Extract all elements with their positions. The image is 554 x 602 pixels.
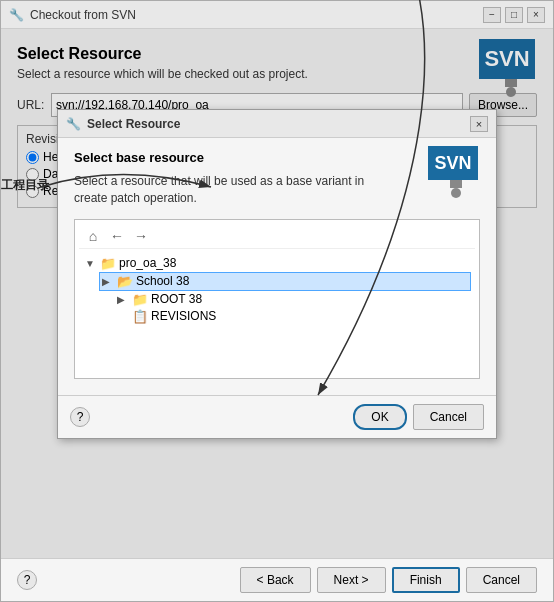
inner-dialog: 🔧 Select Resource × SVN Select base reso…: [57, 109, 497, 439]
annotation-text: 工程目录: [1, 178, 49, 192]
help-button[interactable]: ?: [17, 570, 37, 590]
window-controls: − □ ×: [483, 7, 545, 23]
tree-label-pro-oa-38: pro_oa_38: [119, 256, 176, 270]
tree-forward-button[interactable]: →: [131, 226, 151, 246]
tree-item-school-38[interactable]: ▶ 📂 School 38: [99, 272, 471, 291]
back-button[interactable]: < Back: [240, 567, 311, 593]
inner-titlebar: 🔧 Select Resource ×: [58, 110, 496, 138]
tree-content: ▼ 📁 pro_oa_38 ▶ 📂 School 38: [79, 253, 475, 327]
expander-root-38: ▶: [117, 294, 129, 305]
close-button[interactable]: ×: [527, 7, 545, 23]
modal-overlay: 工程目录 🔧 Select Resource ×: [1, 29, 553, 558]
inner-help-button[interactable]: ?: [70, 407, 90, 427]
tree-item-revisions[interactable]: 📋 REVISIONS: [115, 308, 471, 325]
folder-icon-school-38: 📂: [117, 274, 133, 289]
cancel-button[interactable]: Cancel: [466, 567, 537, 593]
revisions-icon: 📋: [132, 309, 148, 324]
svn-badge-small: SVN: [428, 146, 478, 180]
svn-title-icon: 🔧: [9, 8, 24, 22]
inner-close-button[interactable]: ×: [470, 116, 488, 132]
tree-item-pro-oa-38[interactable]: ▼ 📁 pro_oa_38: [83, 255, 471, 272]
minimize-button[interactable]: −: [483, 7, 501, 23]
tree-label-school-38: School 38: [136, 274, 189, 288]
folder-icon-pro-oa-38: 📁: [100, 256, 116, 271]
tree-area: ⌂ ← → ▼ 📁 pro_oa_38: [74, 219, 480, 379]
tree-label-revisions: REVISIONS: [151, 309, 216, 323]
tree-label-root-38: ROOT 38: [151, 292, 202, 306]
tree-toolbar: ⌂ ← →: [79, 224, 475, 249]
outer-window-title: Checkout from SVN: [30, 8, 477, 22]
maximize-button[interactable]: □: [505, 7, 523, 23]
next-button[interactable]: Next >: [317, 567, 386, 593]
inner-cancel-button[interactable]: Cancel: [413, 404, 484, 430]
svn-dot-inner: [451, 188, 461, 198]
expander-school-38: ▶: [102, 276, 114, 287]
inner-dialog-title: Select Resource: [87, 117, 464, 131]
svn-logo-inner: SVN: [428, 146, 484, 198]
ok-button[interactable]: OK: [353, 404, 406, 430]
outer-content: SVN Select Resource Select a resource wh…: [1, 29, 553, 558]
bottom-bar: ? < Back Next > Finish Cancel: [1, 558, 553, 601]
folder-icon-root-38: 📁: [132, 292, 148, 307]
inner-content: SVN Select base resource Select a resour…: [58, 138, 496, 395]
tree-item-root-38[interactable]: ▶ 📁 ROOT 38: [115, 291, 471, 308]
svn-connector-inner: [450, 180, 462, 188]
tree-back-button[interactable]: ←: [107, 226, 127, 246]
tree-home-button[interactable]: ⌂: [83, 226, 103, 246]
expander-pro-oa-38: ▼: [85, 258, 97, 269]
inner-title-icon: 🔧: [66, 117, 81, 131]
inner-description: Select a resource that will be used as a…: [74, 173, 480, 207]
outer-window: 🔧 Checkout from SVN − □ × SVN Select Res…: [0, 0, 554, 602]
inner-heading: Select base resource: [74, 150, 480, 165]
inner-bottom-bar: ? OK Cancel: [58, 395, 496, 438]
outer-titlebar: 🔧 Checkout from SVN − □ ×: [1, 1, 553, 29]
finish-button[interactable]: Finish: [392, 567, 460, 593]
